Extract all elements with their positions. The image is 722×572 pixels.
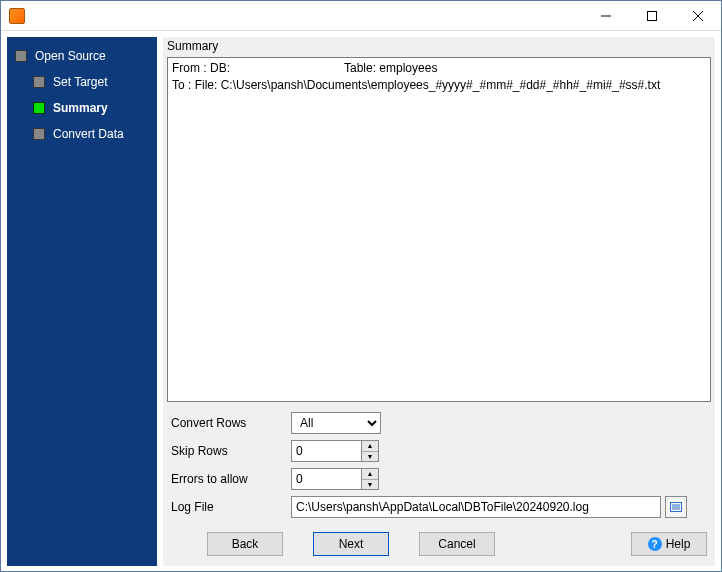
- close-button[interactable]: [675, 1, 721, 31]
- options-form: Convert Rows All Skip Rows ▲ ▼ Errors to: [171, 412, 707, 518]
- sidebar-item-label: Convert Data: [53, 127, 124, 141]
- step-icon: [15, 50, 27, 62]
- step-icon: [33, 76, 45, 88]
- app-icon: [9, 8, 25, 24]
- help-button[interactable]: ? Help: [631, 532, 707, 556]
- skip-rows-label: Skip Rows: [171, 444, 281, 458]
- sidebar-item-label: Open Source: [35, 49, 106, 63]
- summary-from-prefix: From : DB:: [172, 60, 264, 77]
- sidebar-item-label: Summary: [53, 101, 108, 115]
- summary-to-line: To : File: C:\Users\pansh\Documents\empl…: [172, 77, 660, 94]
- skip-rows-input[interactable]: [291, 440, 361, 462]
- wizard-sidebar: Open Source Set Target Summary Convert D…: [7, 37, 157, 566]
- spinner-up-icon[interactable]: ▲: [362, 441, 378, 452]
- summary-textbox[interactable]: From : DB: Table: employees To : File: C…: [167, 57, 711, 402]
- summary-group-label: Summary: [163, 37, 715, 55]
- cancel-button[interactable]: Cancel: [419, 532, 495, 556]
- errors-allow-input[interactable]: [291, 468, 361, 490]
- titlebar: [1, 1, 721, 31]
- summary-from-table: Table: employees: [344, 60, 437, 77]
- sidebar-item-label: Set Target: [53, 75, 107, 89]
- convert-rows-label: Convert Rows: [171, 416, 281, 430]
- minimize-button[interactable]: [583, 1, 629, 31]
- help-icon: ?: [648, 537, 662, 551]
- errors-allow-label: Errors to allow: [171, 472, 281, 486]
- convert-rows-select[interactable]: All: [291, 412, 381, 434]
- spinner-down-icon[interactable]: ▼: [362, 480, 378, 490]
- spinner-down-icon[interactable]: ▼: [362, 452, 378, 462]
- svg-rect-1: [648, 11, 657, 20]
- step-icon: [33, 102, 45, 114]
- errors-allow-spinner[interactable]: ▲ ▼: [291, 468, 381, 490]
- skip-rows-spinner[interactable]: ▲ ▼: [291, 440, 381, 462]
- wizard-button-bar: Back Next Cancel ? Help: [163, 522, 715, 566]
- back-button[interactable]: Back: [207, 532, 283, 556]
- log-file-input[interactable]: [291, 496, 661, 518]
- spinner-up-icon[interactable]: ▲: [362, 469, 378, 480]
- main-panel: Summary From : DB: Table: employees To :…: [163, 37, 715, 566]
- log-file-label: Log File: [171, 500, 281, 514]
- sidebar-item-summary[interactable]: Summary: [7, 95, 157, 121]
- sidebar-item-convert-data[interactable]: Convert Data: [7, 121, 157, 147]
- sidebar-item-open-source[interactable]: Open Source: [7, 43, 157, 69]
- browse-icon: [669, 500, 683, 514]
- step-icon: [33, 128, 45, 140]
- next-button[interactable]: Next: [313, 532, 389, 556]
- sidebar-item-set-target[interactable]: Set Target: [7, 69, 157, 95]
- browse-log-file-button[interactable]: [665, 496, 687, 518]
- maximize-button[interactable]: [629, 1, 675, 31]
